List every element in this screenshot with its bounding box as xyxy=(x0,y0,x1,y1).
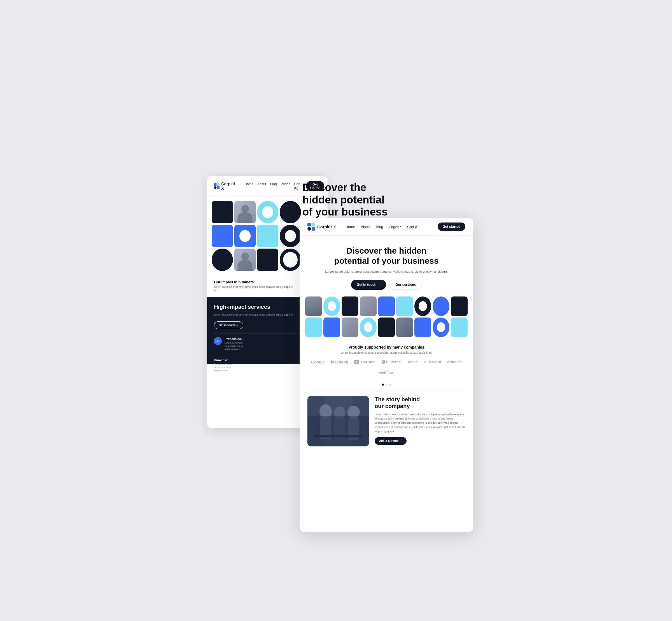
sh-dark-sq-1 xyxy=(342,296,358,316)
dot-3[interactable] xyxy=(389,384,391,385)
get-in-touch-button-front[interactable]: Get in touch → xyxy=(351,280,386,290)
logo-twitch: twitch xyxy=(408,360,417,364)
shape-dark-sq xyxy=(257,249,278,271)
hero-buttons: Get in touch → Our services xyxy=(307,280,465,290)
sh-dark-2 xyxy=(378,318,395,337)
sh-donut-cyan-1 xyxy=(323,296,340,316)
sh-photo-4 xyxy=(396,318,413,337)
svg-rect-7 xyxy=(312,227,315,231)
carousel-dots xyxy=(300,384,473,385)
svg-rect-4 xyxy=(307,223,311,226)
process-text: Process de... Lorem ipsum doloconsectetu… xyxy=(225,337,243,355)
svg-rect-15 xyxy=(348,418,359,440)
our-services-button[interactable]: Our services xyxy=(390,280,422,290)
nav-pages-front[interactable]: Pages ▾ xyxy=(389,225,402,229)
logo-facebook: facebook xyxy=(331,360,348,364)
nav-cta-front[interactable]: Get started xyxy=(438,222,465,231)
logo-back: Corpkit X xyxy=(214,181,236,191)
logo-webflow: webflow xyxy=(379,370,393,375)
hero-title: Discover the hidden potential of your bu… xyxy=(307,246,465,266)
stats-label: Our impact in numbers xyxy=(214,280,294,284)
companies-logos: Google facebook YouTube P Pinterest twit… xyxy=(307,360,465,375)
chevron-down-icon: ▾ xyxy=(400,225,402,228)
sh-blue-4 xyxy=(414,318,431,337)
shape-donut-white-1 xyxy=(234,225,256,247)
shape-blue-1 xyxy=(212,225,233,247)
svg-point-14 xyxy=(348,406,360,419)
nav-home-front[interactable]: Home xyxy=(346,225,355,229)
stats-desc: Lorem ipsum dolor sit amet consectetur p… xyxy=(214,285,294,292)
svg-point-12 xyxy=(334,407,345,419)
process-desc: Lorem ipsum doloconsectetur orci sea ull… xyxy=(225,341,243,351)
svg-rect-2 xyxy=(214,187,216,189)
nav-links-back: Home About Blog Pages Cart (0) xyxy=(244,182,301,190)
logo-google: Google xyxy=(311,360,324,364)
shape-photo-2 xyxy=(234,249,256,271)
sh-donut-blue-1 xyxy=(433,318,449,337)
logo-youtube: YouTube xyxy=(354,360,375,364)
sh-blue-1 xyxy=(378,296,395,316)
story-title: The story behind our company xyxy=(375,396,465,409)
sh-donut-dark-1 xyxy=(414,296,431,316)
navbar-front: Corpkit X Home About Blog Pages ▾ Cart (… xyxy=(300,218,473,236)
shape-cyan-1 xyxy=(257,225,278,247)
companies-section: Proudly suppported by many companies Lor… xyxy=(300,337,473,379)
nav-cart-back[interactable]: Cart (0) xyxy=(294,182,301,190)
companies-desc: Lorem ipsum dolor sit amet consectetur p… xyxy=(307,351,465,354)
shapes-grid-front xyxy=(300,296,473,337)
get-in-touch-button-back[interactable]: Get in touch → xyxy=(214,322,243,329)
shape-dark-1 xyxy=(212,201,233,223)
story-image xyxy=(307,396,369,446)
story-section: The story behind our company Lorem ipsum… xyxy=(300,390,473,452)
front-card: Corpkit X Home About Blog Pages ▾ Cart (… xyxy=(300,218,473,532)
sh-blue-2 xyxy=(433,296,449,316)
about-firm-button[interactable]: About our firm → xyxy=(375,437,407,445)
hero-description: Lorem ipsum dolor sit amet consectetur p… xyxy=(307,269,465,274)
svg-point-10 xyxy=(319,404,332,418)
companies-title: Proudly suppported by many companies xyxy=(307,345,465,349)
svg-rect-9 xyxy=(324,396,352,446)
sh-cyan-2 xyxy=(305,318,322,337)
dot-2[interactable] xyxy=(386,384,388,385)
stats-text: Our impact in numbers Lorem ipsum dolor … xyxy=(214,280,294,292)
shape-photo-1 xyxy=(234,201,256,223)
shape-dark-2 xyxy=(280,201,301,223)
logo-discord: ⊕ Discord xyxy=(423,360,441,364)
sh-photo-2 xyxy=(360,296,376,316)
shape-dark-3 xyxy=(212,249,233,271)
logo-dribbble: dribbble xyxy=(447,360,461,364)
story-description: Lorem ipsum dolor sit amet consectetur e… xyxy=(375,412,465,433)
process-circle: 2 xyxy=(214,337,222,345)
process-title: Process de... xyxy=(225,337,243,340)
nav-links-front: Home About Blog Pages ▾ Cart (0) xyxy=(346,225,420,229)
hero-section: Discover the hidden potential of your bu… xyxy=(300,236,473,296)
nav-about-front[interactable]: About xyxy=(361,225,370,229)
sh-blue-3 xyxy=(323,318,340,337)
story-text: The story behind our company Lorem ipsum… xyxy=(375,396,465,445)
sh-photo-1 xyxy=(305,296,322,316)
sh-photo-3 xyxy=(342,318,358,337)
svg-rect-5 xyxy=(312,223,315,226)
shape-donut-cyan-1 xyxy=(257,201,278,223)
logo-pinterest: P Pinterest xyxy=(382,360,402,364)
logo-front: Corpkit X xyxy=(307,223,336,231)
youtube-icon xyxy=(354,360,359,364)
svg-rect-1 xyxy=(217,183,220,186)
nav-about-back[interactable]: About xyxy=(257,182,266,190)
pinterest-icon: P xyxy=(382,360,385,364)
nav-pages-back[interactable]: Pages xyxy=(280,182,290,190)
hero-text-partial: Discover the hidden potential of your bu… xyxy=(302,181,392,218)
nav-home-back[interactable]: Home xyxy=(244,182,254,190)
svg-rect-11 xyxy=(320,417,331,440)
nav-blog-front[interactable]: Blog xyxy=(376,225,383,229)
shape-donut-white-2 xyxy=(280,249,301,271)
nav-blog-back[interactable]: Blog xyxy=(270,182,277,190)
svg-rect-0 xyxy=(214,183,216,186)
nav-cart-front[interactable]: Cart (0) xyxy=(407,225,419,229)
dot-1[interactable] xyxy=(382,384,384,385)
corpkit-logo-icon xyxy=(307,223,315,231)
twitch-icon: twitch xyxy=(408,360,417,364)
sh-cyan-3 xyxy=(451,318,467,337)
discord-icon: ⊕ xyxy=(423,360,427,364)
svg-rect-16 xyxy=(313,435,363,438)
